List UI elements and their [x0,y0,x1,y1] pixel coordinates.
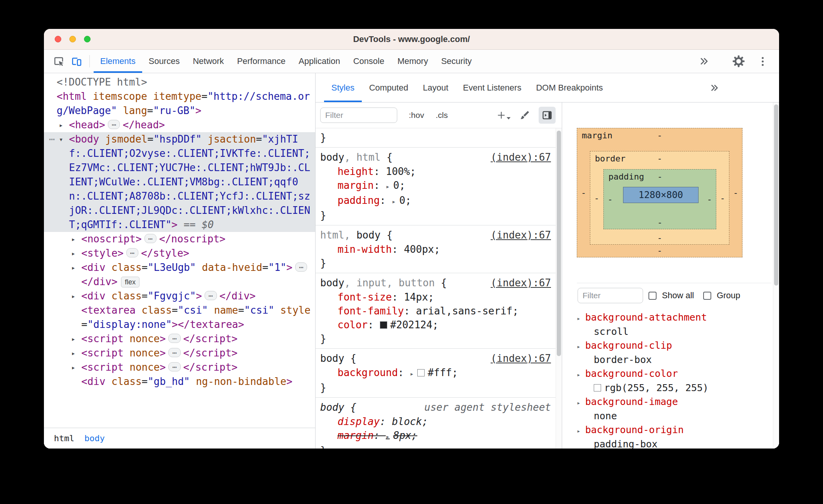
inline-expand-button[interactable]: ⋯ [108,120,120,129]
dom-node-noscript[interactable]: ▸<noscript>⋯</noscript> [44,232,315,246]
close-window-button[interactable] [55,36,61,42]
expand-arrow-icon[interactable]: ▸ [577,315,581,322]
more-tabs-button[interactable] [695,52,713,70]
show-all-checkbox[interactable] [648,292,657,300]
tab-sources[interactable]: Sources [142,50,186,73]
computed-property[interactable]: ▸background-originpadding-box [577,423,771,449]
menu-button[interactable] [754,52,771,70]
dom-node-div-gb-hd[interactable]: <div class="gb_hd" ng-non-bindable> [44,375,315,389]
rule-selector[interactable]: body { [320,351,356,366]
dom-node-script-2[interactable]: ▸<script nonce>⋯</script> [44,346,315,360]
computed-property[interactable]: ▸background-colorrgb(255, 255, 255) [577,367,771,395]
scrollbar-thumb[interactable] [557,131,561,356]
css-property[interactable]: margin: ▸8px; [316,428,556,444]
rule-selector[interactable]: body { [320,400,356,415]
padding-left-value[interactable]: - [608,195,613,204]
minimize-window-button[interactable] [69,36,76,42]
expand-arrow-icon[interactable]: ▸ [577,371,581,378]
toggle-pseudo-classes[interactable]: :hov [409,111,424,120]
computed-property[interactable]: ▸background-clipborder-box [577,339,771,366]
expand-arrow-icon[interactable]: ▸ [71,332,76,346]
expand-arrow-icon[interactable]: ▸ [71,346,76,360]
rendering-emulation-button[interactable] [516,107,533,124]
expand-arrow-icon[interactable]: ▸ [577,399,581,407]
inline-expand-button[interactable]: ⋯ [168,348,180,357]
panel-tab-dom-breakpoints[interactable]: DOM Breakpoints [529,73,610,102]
toggle-sidebar-button[interactable] [539,107,556,124]
border-left-value[interactable]: - [594,193,599,203]
css-property[interactable]: display: block; [316,415,556,428]
tab-security[interactable]: Security [435,50,478,73]
expand-value-icon[interactable]: ▸ [392,198,396,205]
styles-filter-input[interactable] [320,108,397,123]
css-property[interactable]: font-family: arial,sans-serif; [316,304,556,318]
dom-node-div-l3eugb[interactable]: ▸<div class="L3eUgb" data-hveid="1">⋯</d… [44,260,315,289]
tab-application[interactable]: Application [292,50,347,73]
expand-arrow-icon[interactable]: ▸ [71,360,76,375]
crumb-body[interactable]: body [84,433,105,443]
dom-node-textarea-csi[interactable]: <textarea class="csi" name="csi" style="… [44,303,315,332]
settings-button[interactable] [730,52,747,70]
css-property[interactable]: margin: ▸0; [316,178,556,193]
sidebar-scrollbar[interactable] [773,102,779,449]
padding-right-value[interactable]: - [707,195,712,204]
rule-selector[interactable]: body, input, button { [320,276,447,290]
margin-bottom-value[interactable]: - [657,246,662,255]
inline-expand-button[interactable]: ⋯ [205,291,217,300]
css-property[interactable]: height: 100%; [316,165,556,178]
panel-tab-computed[interactable]: Computed [362,73,416,102]
more-panels-button[interactable] [705,79,723,97]
computed-property[interactable]: ▸background-imagenone [577,395,771,423]
flex-badge[interactable]: flex [121,277,139,287]
inline-expand-button[interactable]: ⋯ [295,262,307,272]
dom-node-body[interactable]: ⋯▾<body jsmodel="hspDDf" jsaction="xjhTI… [44,132,315,232]
color-swatch[interactable] [417,369,425,376]
color-swatch[interactable] [594,384,601,391]
collapse-arrow-icon[interactable]: ▾ [59,132,63,146]
new-style-rule-button[interactable] [496,110,511,120]
panel-tab-layout[interactable]: Layout [415,73,455,102]
tab-elements[interactable]: Elements [94,50,142,73]
inline-expand-button[interactable]: ⋯ [126,248,138,257]
expand-arrow-icon[interactable]: ▸ [577,427,581,435]
crumb-html[interactable]: html [54,433,74,443]
tab-performance[interactable]: Performance [230,50,292,73]
expand-value-icon[interactable]: ▸ [386,433,390,440]
group-checkbox[interactable] [703,292,711,300]
zoom-window-button[interactable] [84,36,91,42]
expand-value-icon[interactable]: ▸ [386,183,390,190]
css-property[interactable]: font-size: 14px; [316,290,556,304]
border-bottom-value[interactable]: - [657,233,662,243]
dom-node-script-3[interactable]: ▸<script nonce>⋯</script> [44,360,315,375]
stylesheet-source[interactable]: (index):67 [486,276,551,290]
box-model-diagram[interactable]: margin - - - - border - - - - [577,128,742,257]
expand-arrow-icon[interactable]: ▸ [59,118,63,132]
tab-memory[interactable]: Memory [391,50,434,73]
margin-top-value[interactable]: - [657,131,662,140]
node-menu-icon[interactable]: ⋯ [49,132,55,146]
computed-filter-input[interactable] [578,288,643,303]
content-size[interactable]: 1280×800 [623,187,699,203]
padding-bottom-value[interactable]: - [657,218,662,227]
margin-right-value[interactable]: - [733,188,738,198]
css-property[interactable]: min-width: 400px; [316,242,556,256]
border-right-value[interactable]: - [720,193,725,203]
expand-value-icon[interactable]: ▸ [410,370,414,378]
rule-selector[interactable]: body, html { [320,150,393,165]
border-box[interactable]: border - - - - padding - - - [590,151,729,245]
panel-tab-styles[interactable]: Styles [324,73,362,102]
css-property[interactable]: background: ▸#fff; [316,366,556,381]
padding-top-value[interactable]: - [657,172,662,181]
color-swatch[interactable] [380,321,387,329]
stylesheet-source[interactable]: (index):67 [486,351,551,366]
inline-expand-button[interactable]: ⋯ [144,234,156,243]
expand-arrow-icon[interactable]: ▸ [71,232,76,246]
margin-left-value[interactable]: - [581,188,586,198]
toggle-element-classes[interactable]: .cls [436,111,448,120]
inspect-element-button[interactable] [50,52,68,70]
inline-expand-button[interactable]: ⋯ [168,362,180,371]
inline-expand-button[interactable]: ⋯ [168,334,180,343]
padding-box[interactable]: padding - - - - 1280×800 [603,169,716,229]
expand-arrow-icon[interactable]: ▸ [577,343,581,350]
dom-node-html[interactable]: <html itemscope itemtype="http://schema.… [44,89,315,118]
